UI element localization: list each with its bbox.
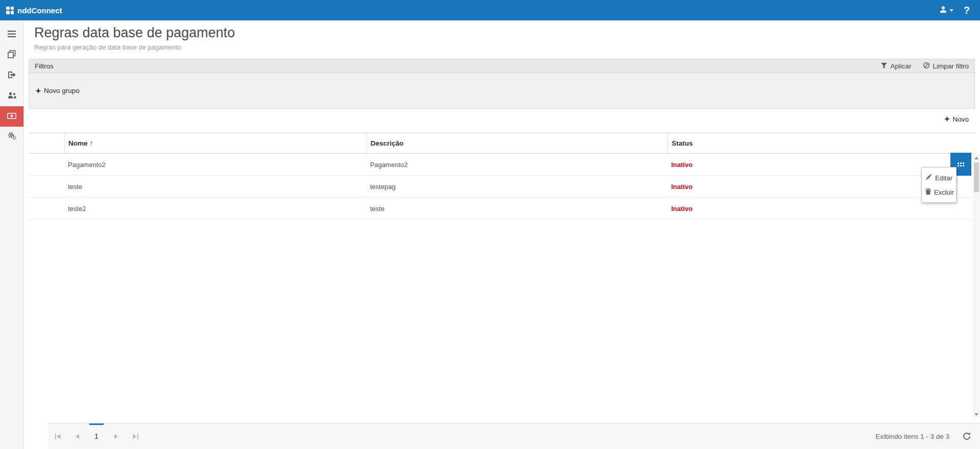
chevron-down-icon (949, 9, 953, 12)
header-label-nome: Nome (68, 139, 88, 147)
plus-icon: + (36, 87, 41, 94)
brand-name: nddConnect (17, 6, 62, 15)
clear-filter-button[interactable]: Limpar filtro (923, 62, 969, 70)
pager-info: Exibindo itens 1 - 3 de 3 (875, 432, 971, 440)
header-cell-descricao[interactable]: Descrição (366, 133, 668, 153)
sidebar-item-users[interactable] (0, 86, 23, 106)
apply-filter-label: Aplicar (890, 62, 911, 70)
new-group-label: Novo grupo (44, 87, 80, 94)
settings-gears-icon (8, 132, 16, 142)
documents-icon (8, 50, 16, 60)
header-cell-empty (29, 133, 64, 153)
cell-descricao: teste (366, 205, 668, 212)
data-grid: Nome ↑ Descrição Status Pagamento2 Pagam… (29, 133, 975, 220)
status-badge: Inativo (668, 205, 975, 212)
slash-circle-icon (923, 62, 929, 70)
table-row[interactable]: Pagamento2 Pagamento2 Inativo (29, 154, 975, 176)
export-icon (8, 71, 16, 81)
sidebar-item-payment[interactable] (0, 106, 23, 127)
pager-page-1[interactable]: 1 (87, 423, 106, 449)
cell-descricao: Pagamento2 (366, 161, 668, 169)
menu-item-delete[interactable]: Excluir (922, 185, 956, 199)
pager-first-button[interactable] (48, 423, 67, 449)
menu-item-edit[interactable]: Editar (922, 171, 956, 185)
grid-scrollbar[interactable] (973, 154, 980, 418)
sidebar-item-settings[interactable] (0, 127, 23, 147)
funnel-icon (881, 62, 887, 70)
user-menu-button[interactable] (935, 0, 959, 20)
sort-asc-icon: ↑ (90, 139, 93, 147)
new-button[interactable]: + Novo (945, 115, 969, 123)
cell-nome: teste (64, 183, 366, 191)
grid-dots-icon (958, 160, 964, 169)
pager-summary: Exibindo itens 1 - 3 de 3 (875, 433, 949, 440)
filter-bar: Filtros Aplicar Limpar filtro (29, 59, 975, 73)
clear-filter-label: Limpar filtro (933, 62, 969, 70)
pager: 1 Exibindo itens 1 - 3 de 3 (48, 423, 980, 449)
pager-next-button[interactable] (106, 423, 126, 449)
cell-nome: Pagamento2 (64, 161, 366, 169)
filter-actions: Aplicar Limpar filtro (881, 62, 969, 70)
scrollbar-thumb[interactable] (974, 162, 979, 192)
header-label-descricao: Descrição (371, 139, 404, 147)
refresh-button[interactable] (963, 432, 971, 440)
page-header: Regras data base de pagamento Regras par… (24, 20, 980, 52)
grid-header-row: Nome ↑ Descrição Status (29, 133, 975, 154)
filter-panel: Filtros Aplicar Limpar filtro + (29, 59, 975, 109)
page-subtitle: Regras para geração de data base de paga… (34, 43, 980, 52)
app-logo: nddConnect (0, 6, 62, 15)
edit-pencil-icon (925, 174, 932, 182)
scrollbar-up-arrow[interactable] (973, 154, 980, 161)
header-label-status: Status (672, 139, 693, 147)
trash-icon (925, 188, 931, 196)
menu-icon (8, 30, 16, 39)
users-icon (8, 91, 16, 101)
topbar-actions: ? (935, 0, 980, 20)
header-cell-nome[interactable]: Nome ↑ (64, 133, 366, 153)
scrollbar-down-arrow[interactable] (973, 411, 980, 418)
header-cell-status[interactable]: Status (668, 133, 975, 153)
sidebar-item-documents[interactable] (0, 45, 23, 65)
pager-prev-button[interactable] (67, 423, 87, 449)
pager-last-button[interactable] (126, 423, 145, 449)
logo-grid-icon (6, 7, 14, 14)
row-actions-menu: Editar Excluir (921, 167, 957, 203)
cell-nome: teste2 (64, 205, 366, 212)
new-group-button[interactable]: + Novo grupo (36, 87, 80, 94)
main-content: Regras data base de pagamento Regras par… (24, 20, 980, 449)
page-title: Regras data base de pagamento (34, 25, 980, 41)
payment-icon (7, 112, 16, 121)
topbar: nddConnect ? (0, 0, 980, 20)
filter-group-area: + Novo grupo (29, 73, 975, 109)
menu-item-edit-label: Editar (935, 174, 952, 182)
sidebar-item-export[interactable] (0, 65, 23, 86)
table-row[interactable]: teste2 teste Inativo (29, 198, 975, 220)
help-button[interactable]: ? (959, 5, 975, 16)
sidebar-menu-toggle[interactable] (0, 25, 23, 45)
table-row[interactable]: teste testepag Inativo (29, 176, 975, 198)
user-icon (940, 6, 947, 15)
menu-item-delete-label: Excluir (934, 188, 954, 196)
sidebar (0, 20, 24, 449)
plus-icon: + (945, 115, 950, 123)
grid-toolbar: + Novo (24, 109, 980, 125)
filter-bar-title: Filtros (35, 62, 54, 70)
new-button-label: Novo (952, 115, 969, 123)
cell-descricao: testepag (366, 183, 668, 191)
apply-filter-button[interactable]: Aplicar (881, 62, 911, 70)
